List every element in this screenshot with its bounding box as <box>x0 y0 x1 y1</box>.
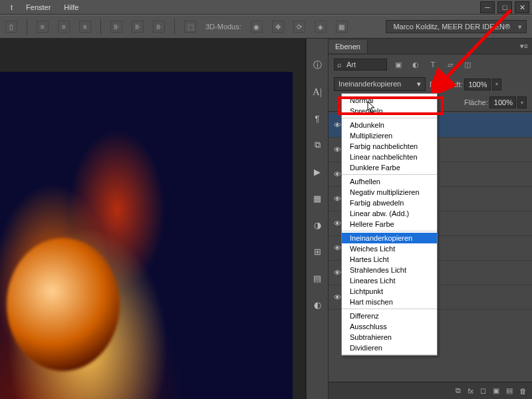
styles-icon[interactable]: ▤ <box>310 271 325 285</box>
layer-search[interactable]: Art <box>334 59 387 70</box>
layers-tab[interactable]: Ebenen <box>329 40 368 53</box>
align-icon-2[interactable]: ≡ <box>58 21 70 33</box>
opacity-stepper[interactable]: ▾ <box>492 78 501 90</box>
layers-footer: ⧉ fx ◻ ▣ ▤ 🗑 <box>329 382 532 399</box>
opacity-field[interactable]: 100% <box>464 78 491 90</box>
blend-mode-option[interactable]: Abdunkeln <box>342 120 437 130</box>
hue-icon[interactable]: ◐ <box>310 298 325 311</box>
menu-item-cut[interactable]: t <box>4 1 19 13</box>
minimize-button[interactable]: ─ <box>480 1 495 13</box>
blend-mode-option[interactable]: Hartes Licht <box>342 254 437 265</box>
blend-mode-option[interactable]: Weiches Licht <box>342 243 437 254</box>
distribute-icon-1[interactable]: ⊪ <box>110 21 122 33</box>
blend-mode-option[interactable]: Hart mischen <box>342 297 437 307</box>
paragraph-icon[interactable]: ¶ <box>310 112 325 125</box>
blend-mode-option[interactable]: Ausschluss <box>342 321 437 332</box>
blend-mode-option[interactable]: Lineares Licht <box>342 275 437 286</box>
3d-tool-4[interactable]: ◈ <box>315 21 327 33</box>
blend-mode-option[interactable]: Differenz <box>342 311 437 321</box>
menu-item-hilfe[interactable]: Hilfe <box>57 1 85 13</box>
close-button[interactable]: ✕ <box>515 1 529 13</box>
3d-icon[interactable]: ⬚ <box>184 21 196 33</box>
blend-mode-option[interactable]: Multiplizieren <box>342 130 437 141</box>
menubar: t Fenster Hilfe <box>0 0 532 15</box>
color-icon[interactable]: ◑ <box>310 218 325 231</box>
filter-adjust-icon[interactable]: ◐ <box>410 59 422 70</box>
options-bar: ▯ ≡ ≡ ≡ ⊪ ⊪ ⊪ ⬚ 3D-Modus: ◉ ✥ ⟳ ◈ ▦ Marc… <box>0 15 532 39</box>
3d-tool-1[interactable]: ◉ <box>251 21 263 33</box>
distribute-icon-2[interactable]: ⊪ <box>132 21 144 33</box>
blend-mode-option[interactable]: Negativ multiplizieren <box>342 187 437 198</box>
fill-stepper[interactable]: ▾ <box>517 96 527 108</box>
tool-preset-icon[interactable]: ▯ <box>5 21 17 33</box>
3d-tool-2[interactable]: ✥ <box>272 21 284 33</box>
blend-mode-option[interactable]: Hellere Farbe <box>342 219 437 229</box>
filter-pixel-icon[interactable]: ▣ <box>392 59 404 70</box>
blend-mode-option[interactable]: Dividieren <box>342 342 437 353</box>
opacity-label: Deckkraft: <box>430 80 463 88</box>
blend-mode-option[interactable]: Farbig abwedeln <box>342 198 437 208</box>
document-selector[interactable]: Marco Kolditz, MEER DER IDEEN® <box>386 20 527 33</box>
fill-field[interactable]: 100% <box>489 96 516 108</box>
blend-mode-select[interactable]: Ineinanderkopieren▾ <box>334 77 426 91</box>
fill-label: Fläche: <box>464 98 488 106</box>
document-canvas[interactable] <box>0 72 293 399</box>
fx-icon[interactable]: fx <box>467 387 473 395</box>
blend-mode-option[interactable]: Subtrahieren <box>342 332 437 342</box>
new-group-icon[interactable]: ▣ <box>493 386 499 395</box>
clone-icon[interactable]: ⧉ <box>310 138 325 152</box>
blend-mode-option[interactable]: Linear abw. (Add.) <box>342 208 437 219</box>
blend-mode-option[interactable]: Ineinanderkopieren <box>342 233 437 243</box>
blend-mode-option[interactable]: Farbig nachbelichten <box>342 141 437 152</box>
blend-mode-option[interactable]: Strahlendes Licht <box>342 265 437 275</box>
blend-mode-option[interactable]: Lichtpunkt <box>342 286 437 297</box>
align-icon-3[interactable]: ≡ <box>79 21 91 33</box>
blend-mode-option[interactable]: Dunklere Farbe <box>342 162 437 173</box>
swatches-icon[interactable]: ▦ <box>310 192 325 205</box>
blend-mode-option[interactable]: Sprenkeln <box>342 106 437 116</box>
blend-mode-option[interactable]: Normal <box>342 95 437 106</box>
maximize-button[interactable]: □ <box>497 1 512 13</box>
link-layers-icon[interactable]: ⧉ <box>456 386 461 395</box>
play-icon[interactable]: ▶ <box>310 165 325 178</box>
filter-type-icon[interactable]: T <box>427 59 439 70</box>
character-icon[interactable]: A| <box>310 85 325 98</box>
blend-mode-option[interactable]: Aufhellen <box>342 176 437 187</box>
canvas-area[interactable] <box>0 39 306 399</box>
align-icon-1[interactable]: ≡ <box>37 21 49 33</box>
trash-icon[interactable]: 🗑 <box>519 387 527 395</box>
info-icon[interactable]: ⓘ <box>310 59 325 72</box>
filter-smart-icon[interactable]: ◫ <box>462 59 473 70</box>
distribute-icon-3[interactable]: ⊪ <box>153 21 165 33</box>
3d-tool-3[interactable]: ⟳ <box>293 21 305 33</box>
blend-mode-option[interactable]: Linear nachbelichten <box>342 152 437 162</box>
filter-shape-icon[interactable]: ▱ <box>444 59 456 70</box>
window-controls: ─ □ ✕ <box>480 1 529 13</box>
new-layer-icon[interactable]: ▤ <box>506 386 513 395</box>
menu-item-fenster[interactable]: Fenster <box>19 1 57 13</box>
adjustments-icon[interactable]: ⊞ <box>310 245 325 258</box>
blend-mode-dropdown[interactable]: NormalSprenkelnAbdunkelnMultiplizierenFa… <box>341 93 438 356</box>
3d-tool-5[interactable]: ▦ <box>336 21 348 33</box>
panel-menu-icon[interactable]: ▾≡ <box>516 42 532 51</box>
collapsed-panel-strip: ⓘ A| ¶ ⧉ ▶ ▦ ◑ ⊞ ▤ ◐ <box>306 39 329 399</box>
mask-icon[interactable]: ◻ <box>480 386 486 395</box>
mode-label: 3D-Modus: <box>205 23 241 31</box>
